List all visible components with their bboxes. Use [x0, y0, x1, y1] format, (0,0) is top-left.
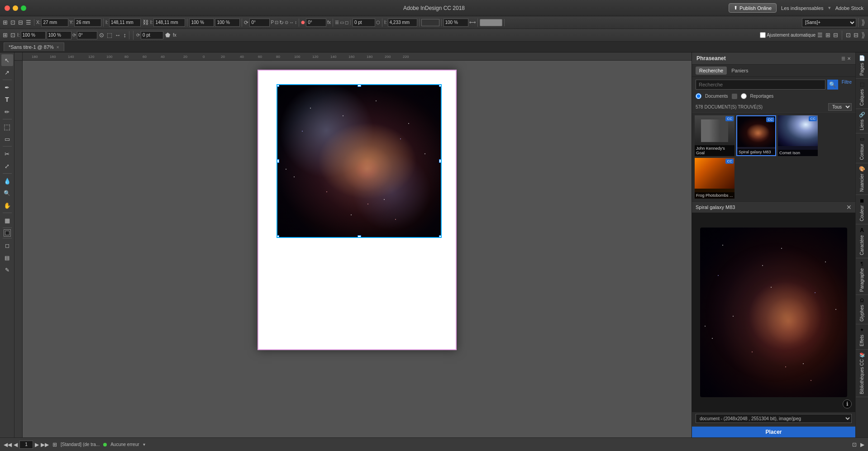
info-button[interactable]: ℹ	[843, 399, 852, 408]
place-button[interactable]: Placer	[692, 427, 855, 437]
tab-close-button[interactable]: ×	[57, 45, 59, 50]
corner-input[interactable]	[353, 19, 375, 27]
tb2-view2[interactable]: ⊟	[853, 32, 859, 38]
close-button[interactable]	[5, 5, 10, 11]
caractere-section[interactable]: A Caractère	[856, 226, 868, 258]
scale-w-input[interactable]	[189, 19, 214, 27]
y-input[interactable]	[74, 19, 101, 27]
tb2-align1[interactable]: ☰	[816, 32, 824, 38]
pages-section[interactable]: 📄 Pages	[856, 54, 868, 79]
thumb-item-jfk[interactable]: John Kennedy's Goal CC	[695, 115, 734, 156]
gradient-tool[interactable]: ▦	[1, 214, 13, 226]
tb2-fx[interactable]: fx	[172, 33, 177, 38]
filtre-link[interactable]: Filtre	[842, 80, 852, 90]
w-input[interactable]	[109, 19, 141, 27]
page-number-input[interactable]	[19, 441, 33, 449]
couleur-section[interactable]: ◼ Couleur	[856, 197, 868, 224]
pen-tool[interactable]: ✒	[1, 81, 13, 93]
tous-dropdown[interactable]: Tous	[828, 103, 852, 111]
thumb-item-comet[interactable]: Comet Ison CC	[778, 115, 818, 156]
tb2-rotate[interactable]	[77, 31, 97, 39]
glyphes-section[interactable]: Ω Glyphes	[856, 297, 868, 325]
radio-reportages[interactable]	[741, 93, 747, 99]
view-toggle-button[interactable]: ⊡	[852, 442, 857, 448]
tb2-scale-w[interactable]	[21, 31, 46, 39]
w2-input[interactable]	[388, 19, 417, 27]
scissors-tool[interactable]: ✂	[1, 148, 13, 160]
calques-section[interactable]: ⬚ Calques	[856, 81, 868, 109]
sel-handle-bl[interactable]	[277, 235, 279, 238]
stroke-color-swatch[interactable]	[421, 19, 439, 26]
tb2-stroke-input[interactable]	[141, 31, 163, 39]
contour-section[interactable]: ▭ Contour	[856, 135, 868, 163]
panel-menu-icon[interactable]: ☰	[841, 56, 845, 61]
eyedropper-tool[interactable]: 💧	[1, 175, 13, 187]
nav-first-button[interactable]: ◀◀	[4, 442, 12, 448]
search-input[interactable]	[696, 80, 825, 90]
normal-mode[interactable]: ◻	[1, 240, 13, 252]
align-icon[interactable]: ⊟	[17, 19, 24, 26]
x-input[interactable]	[41, 19, 68, 27]
tb2-align2[interactable]: ⊞	[825, 32, 831, 38]
expand-icon[interactable]: ⟫	[860, 18, 866, 27]
panel-close-icon[interactable]: ✕	[847, 56, 851, 61]
tb2-stroke-icon[interactable]: ⬟	[164, 32, 171, 38]
nav-prev-button[interactable]: ◀	[14, 442, 18, 448]
opacity-input[interactable]	[444, 19, 468, 27]
tab-recherche[interactable]: Recherche	[696, 66, 727, 75]
scale-h-input[interactable]	[215, 19, 240, 27]
transform-icon[interactable]: ⊡	[10, 19, 16, 26]
font-dropdown[interactable]: [Sans]+	[802, 18, 856, 27]
h-input[interactable]	[153, 19, 185, 27]
shear-input[interactable]	[306, 19, 326, 27]
status-dropdown[interactable]: ▾	[143, 442, 145, 447]
sel-handle-tr[interactable]	[439, 84, 442, 87]
image-frame[interactable]	[277, 84, 442, 238]
fill-swatch[interactable]	[480, 19, 502, 26]
thumb-item-frog[interactable]: Frog Photobombs ... CC	[695, 158, 734, 199]
distribute-icon[interactable]: ☰	[25, 19, 32, 26]
preview-close-button[interactable]: ✕	[846, 204, 852, 211]
publish-online-button[interactable]: ⬆ Publish Online	[729, 3, 777, 13]
align-right-icon[interactable]: ⊡	[10, 32, 16, 38]
tb2-icon2[interactable]: ⬚	[106, 32, 113, 38]
tb2-view1[interactable]: ⊡	[845, 32, 852, 38]
tab-paniers[interactable]: Paniers	[728, 66, 752, 75]
chain-icon[interactable]: ⛓	[142, 19, 149, 26]
nuancier-section[interactable]: 🎨 Nuancier	[856, 165, 868, 195]
selection-tool[interactable]: ↖	[1, 54, 13, 66]
adobe-stock-link[interactable]: Adobe Stock	[835, 5, 863, 11]
sel-handle-ml[interactable]	[277, 159, 279, 163]
sel-handle-tm[interactable]	[358, 84, 361, 87]
thumb-item-galaxy[interactable]: Spiral galaxy M83 CC	[736, 115, 776, 156]
sel-handle-bm[interactable]	[358, 235, 361, 238]
les-indispensables-menu[interactable]: Les indispensables	[781, 5, 824, 11]
hand-tool[interactable]: ✋	[1, 199, 13, 211]
effets-section[interactable]: ✦ Effets	[856, 326, 868, 349]
layout-icon[interactable]: ⊞	[52, 442, 57, 448]
free-transform-tool[interactable]: ⤢	[1, 160, 13, 172]
zoom-tool[interactable]: 🔍	[1, 187, 13, 199]
maximize-button[interactable]	[21, 5, 26, 11]
liens-section[interactable]: 🔗 Liens	[856, 111, 868, 133]
tb2-icon3[interactable]: ↔	[114, 32, 122, 38]
tb2-expand[interactable]: ⟫	[860, 31, 866, 39]
pencil-tool[interactable]: ✏	[1, 106, 13, 118]
type-tool[interactable]: T	[1, 94, 13, 105]
ajustement-checkbox[interactable]	[760, 32, 766, 38]
paragraphe-section[interactable]: ¶ Paragraphe	[856, 260, 868, 295]
bibliotheques-section[interactable]: 📚 Bibliothèques CC	[856, 351, 868, 397]
minimize-button[interactable]	[13, 5, 18, 11]
arrange-icon[interactable]: ⊞	[2, 19, 9, 26]
nav-next-button[interactable]: ▶	[35, 442, 39, 448]
note-tool[interactable]: ✎	[1, 264, 13, 276]
nav-last-button[interactable]: ▶▶	[41, 442, 49, 448]
sel-handle-tl[interactable]	[277, 84, 279, 87]
sel-handle-br[interactable]	[439, 235, 442, 238]
rectangle-tool[interactable]: ▭	[1, 133, 13, 145]
search-button[interactable]: 🔍	[827, 80, 838, 90]
tb2-icon4[interactable]: ↕	[123, 32, 128, 38]
radio-documents[interactable]	[696, 93, 701, 99]
rectangle-frame-tool[interactable]: ⬚	[1, 121, 13, 133]
tb2-scale-h[interactable]	[47, 31, 72, 39]
